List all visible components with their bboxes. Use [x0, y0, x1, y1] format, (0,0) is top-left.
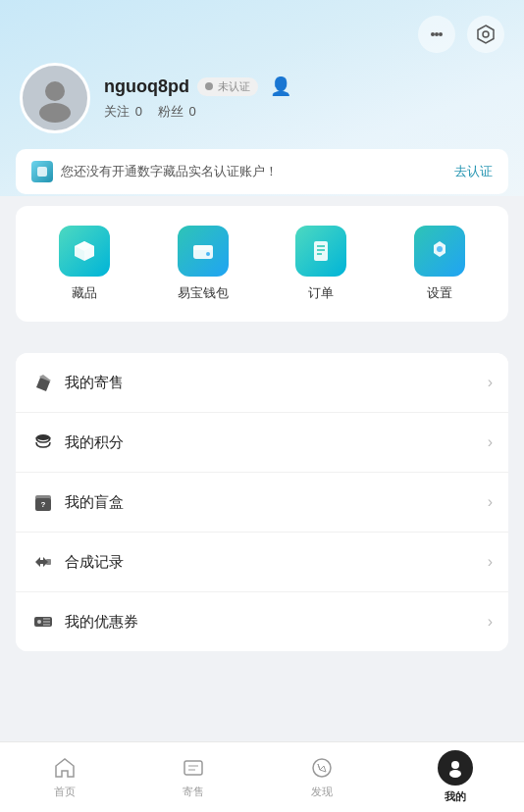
- orders-icon: [307, 237, 335, 265]
- action-orders[interactable]: 订单: [295, 226, 346, 302]
- menu-item-coupons-left: 我的优惠券: [31, 610, 138, 634]
- svg-rect-19: [46, 559, 51, 565]
- person-icon: 👤: [270, 76, 291, 97]
- svg-rect-8: [193, 245, 213, 250]
- svg-point-28: [449, 770, 461, 778]
- menu-item-coupons[interactable]: 我的优惠券 ›: [16, 592, 508, 651]
- notification-banner: 您还没有开通数字藏品实名认证账户！ 去认证: [16, 149, 508, 194]
- banner-left: 您还没有开通数字藏品实名认证账户！: [31, 161, 278, 182]
- discover-nav-label: 发现: [311, 785, 333, 799]
- cube-icon: [35, 165, 49, 178]
- home-nav-label: 首页: [54, 785, 76, 799]
- svg-point-4: [45, 81, 65, 101]
- orders-label: 订单: [308, 284, 334, 302]
- svg-point-5: [39, 103, 71, 123]
- blindbox-icon: ?: [31, 490, 55, 514]
- svg-point-14: [437, 246, 443, 252]
- svg-point-15: [36, 434, 50, 440]
- unverified-badge: 未认证: [197, 77, 258, 96]
- svg-rect-25: [184, 761, 202, 775]
- nav-mine[interactable]: 我的: [418, 742, 493, 812]
- menu-item-consignment[interactable]: 我的寄售 ›: [16, 353, 508, 413]
- collection-icon-box: [59, 226, 110, 277]
- quick-actions: 藏品 易宝钱包: [16, 206, 508, 322]
- points-label: 我的积分: [65, 433, 124, 452]
- settings-action-icon: [426, 237, 453, 265]
- settings-button[interactable]: [467, 16, 504, 53]
- avatar[interactable]: [20, 63, 90, 133]
- menu-item-blindbox[interactable]: ? 我的盲盒 ›: [16, 473, 508, 533]
- svg-point-2: [439, 32, 443, 36]
- points-icon: [31, 431, 55, 454]
- action-settings[interactable]: 设置: [414, 226, 465, 302]
- consign-nav-icon: [181, 755, 206, 781]
- menu-item-blindbox-left: ? 我的盲盒: [31, 490, 124, 514]
- home-nav-icon: [52, 755, 78, 781]
- coupons-label: 我的优惠券: [65, 613, 138, 632]
- menu-item-synthesis-left: 合成记录: [31, 550, 124, 574]
- menu-item-synthesis[interactable]: 合成记录 ›: [16, 533, 508, 592]
- avatar-icon: [30, 74, 79, 123]
- svg-point-0: [431, 32, 435, 36]
- fans-count-text: 粉丝 0: [158, 103, 196, 121]
- chevron-right-synthesis: ›: [488, 553, 493, 571]
- coupons-icon: [31, 610, 55, 634]
- chevron-right-consignment: ›: [488, 374, 493, 391]
- message-icon: [427, 25, 446, 44]
- svg-text:?: ?: [41, 500, 46, 509]
- menu-item-points[interactable]: 我的积分 ›: [16, 413, 508, 473]
- chevron-right-points: ›: [488, 433, 493, 451]
- svg-point-3: [483, 31, 489, 37]
- menu-item-points-left: 我的积分: [31, 431, 124, 454]
- hexagon-settings-icon: [475, 24, 497, 45]
- collection-label: 藏品: [72, 284, 97, 302]
- follow-stats: 关注 0 粉丝 0: [104, 103, 504, 121]
- verify-link[interactable]: 去认证: [454, 163, 493, 180]
- orders-icon-box: [295, 226, 346, 277]
- svg-rect-6: [37, 167, 47, 177]
- mine-nav-icon: [438, 750, 473, 786]
- synthesis-label: 合成记录: [65, 553, 124, 572]
- collection-icon: [71, 237, 98, 265]
- menu-item-consignment-left: 我的寄售: [31, 371, 124, 394]
- banner-icon: [31, 161, 53, 182]
- consignment-icon: [31, 371, 55, 394]
- bottom-nav: 首页 寄售 发现 我的: [0, 741, 524, 812]
- synthesis-icon: [31, 550, 55, 574]
- svg-point-1: [435, 32, 439, 36]
- svg-point-9: [206, 252, 210, 256]
- username: nguoq8pd: [104, 76, 189, 97]
- settings-label: 设置: [427, 284, 452, 302]
- consignment-label: 我的寄售: [65, 374, 124, 392]
- svg-point-27: [451, 761, 459, 769]
- menu-list: 我的寄售 › 我的积分 ›: [16, 353, 508, 651]
- blindbox-label: 我的盲盒: [65, 493, 124, 512]
- settings-icon-box: [414, 226, 465, 277]
- nav-discover[interactable]: 发现: [289, 747, 354, 807]
- profile-section: nguoq8pd 未认证 👤 关注 0 粉丝 0: [0, 53, 524, 149]
- discover-nav-icon: [309, 755, 335, 781]
- mine-nav-label: 我的: [445, 789, 466, 804]
- action-collection[interactable]: 藏品: [59, 226, 110, 302]
- consign-nav-label: 寄售: [183, 785, 204, 799]
- wallet-icon-box: [178, 226, 229, 277]
- nav-consign[interactable]: 寄售: [161, 747, 226, 807]
- wallet-icon: [189, 237, 217, 265]
- chevron-right-blindbox: ›: [488, 493, 493, 511]
- svg-rect-10: [314, 241, 328, 261]
- wallet-label: 易宝钱包: [178, 284, 229, 302]
- profile-info: nguoq8pd 未认证 👤 关注 0 粉丝 0: [104, 76, 504, 121]
- notification-text: 您还没有开通数字藏品实名认证账户！: [61, 163, 278, 180]
- nav-home[interactable]: 首页: [32, 747, 97, 807]
- unverified-label: 未认证: [218, 79, 250, 94]
- action-wallet[interactable]: 易宝钱包: [178, 226, 229, 302]
- chevron-right-coupons: ›: [488, 613, 493, 631]
- message-button[interactable]: [418, 16, 455, 53]
- svg-point-21: [37, 620, 41, 624]
- follow-count-text: 关注 0: [104, 103, 142, 121]
